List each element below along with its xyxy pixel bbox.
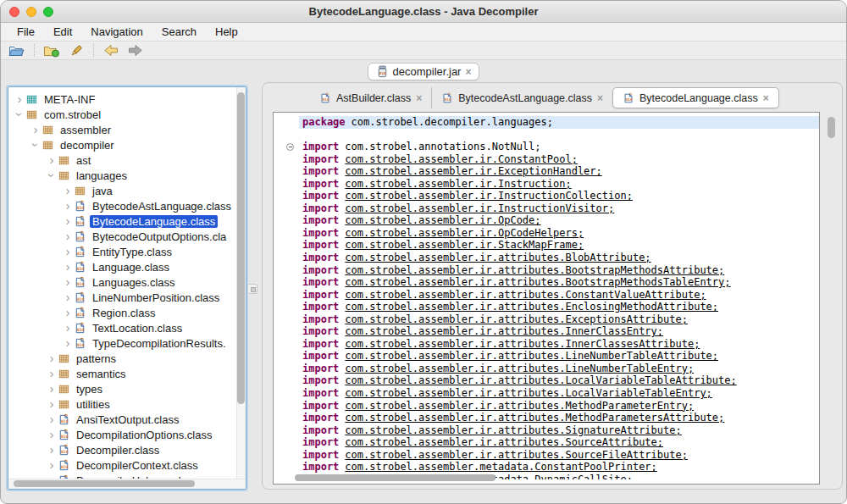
- chevron-icon[interactable]: [62, 215, 74, 227]
- minimize-window-button[interactable]: [26, 7, 36, 17]
- tree-item[interactable]: 010 BytecodeAstLanguage.class: [8, 198, 246, 213]
- chevron-icon[interactable]: [46, 429, 58, 440]
- tree-item[interactable]: com.strobel: [8, 107, 246, 122]
- chevron-icon[interactable]: [46, 169, 58, 181]
- navigate-forward-button[interactable]: [126, 43, 145, 58]
- tree-item[interactable]: 010 Languages.class: [8, 274, 246, 290]
- chevron-icon[interactable]: [46, 444, 58, 456]
- chevron-icon[interactable]: [62, 337, 74, 349]
- tree-item[interactable]: semantics: [8, 366, 246, 381]
- tree-item[interactable]: patterns: [8, 351, 246, 366]
- menu-item[interactable]: Search: [152, 23, 206, 42]
- chevron-icon[interactable]: [46, 383, 58, 395]
- tree-item[interactable]: assembler: [8, 122, 246, 137]
- code-link[interactable]: com.strobel.assembler.ir.OpCode;: [345, 214, 540, 226]
- code-link[interactable]: com.strobel.assembler.ir.InstructionVisi…: [345, 202, 614, 214]
- tree-item[interactable]: META-INF: [8, 91, 246, 107]
- jar-tab[interactable]: 010 decompiler.jar ×: [368, 63, 480, 80]
- tree-item[interactable]: 010 AnsiTextOutput.class: [8, 412, 246, 427]
- code-link[interactable]: com.strobel.assembler.ir.attributes.Meth…: [345, 400, 694, 412]
- code-link[interactable]: com.strobel.assembler.ir.attributes.Loca…: [345, 387, 711, 399]
- code-link[interactable]: com.strobel.assembler.ir.StackMapFrame;: [345, 239, 584, 251]
- code-link[interactable]: com.strobel.assembler.ir.attributes.Cons…: [345, 289, 706, 301]
- tree-item[interactable]: ast: [8, 152, 246, 168]
- code-editor[interactable]: packagecom.strobel.decompiler.languages;…: [273, 112, 820, 485]
- code-link[interactable]: com.strobel.assembler.ir.attributes.Inne…: [345, 338, 700, 350]
- code-link[interactable]: com.strobel.assembler.ir.attributes.Sour…: [345, 436, 663, 448]
- editor-tab[interactable]: 010 BytecodeAstLanguage.class ×: [431, 87, 612, 108]
- code-link[interactable]: com.strobel.assembler.ir.attributes.Line…: [345, 350, 718, 362]
- chevron-icon[interactable]: [46, 154, 58, 166]
- menu-item[interactable]: Navigation: [81, 23, 152, 42]
- tree-horizontal-scrollbar[interactable]: [8, 479, 246, 489]
- code-link[interactable]: com.strobel.assembler.ir.attributes.Sour…: [345, 449, 688, 461]
- tree-item[interactable]: 010 DecompilationOptions.class: [8, 427, 246, 442]
- chevron-icon[interactable]: [30, 139, 42, 151]
- code-link[interactable]: com.strobel.assembler.ir.attributes.Encl…: [345, 301, 718, 313]
- tree-item[interactable]: java: [8, 183, 246, 198]
- menu-item[interactable]: File: [8, 23, 44, 42]
- chevron-icon[interactable]: [46, 413, 58, 425]
- chevron-icon[interactable]: [14, 108, 25, 120]
- chevron-icon[interactable]: [62, 230, 74, 242]
- splitter-handle[interactable]: [247, 284, 257, 294]
- code-link[interactable]: com.strobel.assembler.ir.ConstantPool;: [345, 153, 578, 165]
- tree-item[interactable]: languages: [8, 168, 246, 183]
- chevron-icon[interactable]: [30, 124, 42, 136]
- jar-tab-close-icon[interactable]: ×: [465, 67, 471, 77]
- code-link[interactable]: com.strobel.assembler.ir.attributes.Inne…: [345, 325, 663, 337]
- tree-item[interactable]: 010 BytecodeOutputOptions.cla: [8, 229, 246, 244]
- chevron-icon[interactable]: [62, 185, 74, 197]
- menu-item[interactable]: Help: [206, 23, 247, 42]
- open-file-button[interactable]: [8, 43, 26, 58]
- chevron-icon[interactable]: [62, 246, 74, 258]
- chevron-icon[interactable]: [62, 322, 74, 334]
- chevron-icon[interactable]: [62, 291, 74, 303]
- tree-item[interactable]: 010 Region.class: [8, 305, 246, 320]
- code-link[interactable]: com.strobel.assembler.ir.OpCodeHelpers;: [345, 227, 584, 239]
- decompile-button[interactable]: [67, 43, 86, 58]
- chevron-icon[interactable]: [46, 398, 58, 410]
- code-link[interactable]: com.strobel.assembler.ir.attributes.Sign…: [345, 424, 681, 436]
- tree-item[interactable]: 010 TypeDecompilationResults.: [8, 335, 246, 351]
- editor-tab[interactable]: 010 BytecodeLanguage.class ×: [612, 87, 779, 108]
- tree-item[interactable]: 010 EntityType.class: [8, 244, 246, 259]
- code-link[interactable]: com.strobel.assembler.ir.attributes.Line…: [345, 363, 694, 374]
- chevron-icon[interactable]: [46, 368, 58, 379]
- code-link[interactable]: com.strobel.assembler.ir.attributes.Boot…: [345, 264, 724, 276]
- chevron-icon[interactable]: [62, 307, 74, 318]
- code-link[interactable]: com.strobel.assembler.ir.ExceptionHandle…: [345, 165, 601, 177]
- code-link[interactable]: com.strobel.assembler.ir.attributes.Exce…: [345, 313, 688, 325]
- chevron-icon[interactable]: [62, 276, 74, 288]
- code-link[interactable]: com.strobel.assembler.ir.attributes.Meth…: [345, 412, 724, 424]
- chevron-icon[interactable]: [62, 200, 74, 212]
- code-link[interactable]: com.strobel.assembler.ir.Instruction;: [345, 178, 571, 190]
- code-link[interactable]: com.strobel.assembler.ir.attributes.Loca…: [345, 374, 736, 386]
- code-link[interactable]: com.strobel.assembler.metadata.ConstantP…: [345, 461, 656, 473]
- code-link[interactable]: com.strobel.assembler.ir.InstructionColl…: [345, 190, 633, 202]
- tree-horizontal-scroll-thumb[interactable]: [14, 480, 195, 487]
- open-jar-button[interactable]: [42, 43, 61, 58]
- editor-horizontal-scroll-thumb[interactable]: [295, 474, 495, 481]
- navigate-back-button[interactable]: [102, 43, 120, 58]
- editor-tab-close-icon[interactable]: ×: [763, 93, 769, 103]
- editor-tab-close-icon[interactable]: ×: [416, 93, 422, 103]
- code-link[interactable]: com.strobel.assembler.ir.attributes.Blob…: [345, 252, 650, 263]
- menu-item[interactable]: Edit: [44, 23, 81, 42]
- tree-item[interactable]: 010 TextLocation.class: [8, 320, 246, 335]
- tree-item[interactable]: decompiler: [8, 137, 246, 152]
- tree-item[interactable]: 010 DecompilerContext.class: [8, 457, 246, 473]
- editor-tab-close-icon[interactable]: ×: [597, 93, 603, 103]
- fold-collapse-icon[interactable]: [286, 143, 294, 151]
- tree-vertical-scroll-thumb[interactable]: [237, 92, 245, 404]
- chevron-icon[interactable]: [14, 93, 25, 105]
- tree-item[interactable]: 010 Language.class: [8, 259, 246, 274]
- tree-vertical-scrollbar[interactable]: [236, 87, 246, 489]
- tree-item[interactable]: utilities: [8, 396, 246, 412]
- close-window-button[interactable]: [9, 7, 19, 17]
- code-link[interactable]: com.strobel.assembler.ir.attributes.Boot…: [345, 276, 730, 288]
- chevron-icon[interactable]: [46, 459, 58, 471]
- editor-tab[interactable]: 010 AstBuilder.class ×: [310, 87, 431, 108]
- tree-item[interactable]: 010 BytecodeLanguage.class: [8, 213, 246, 229]
- tree-item[interactable]: types: [8, 381, 246, 396]
